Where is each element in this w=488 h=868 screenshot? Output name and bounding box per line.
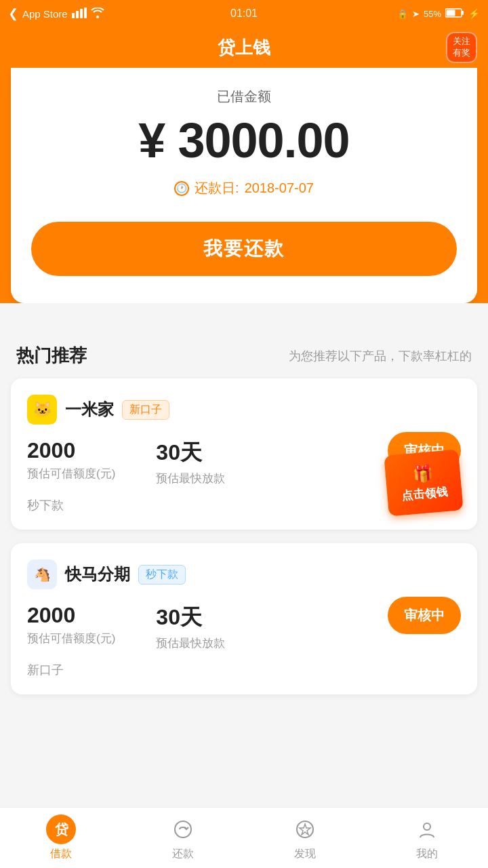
product-header-2: 🐴 快马分期 秒下款 xyxy=(27,559,461,589)
product-name-1: 一米家 xyxy=(65,399,114,420)
bottom-nav: 贷 借款 还款 发现 xyxy=(0,807,488,868)
svg-rect-0 xyxy=(72,13,75,18)
loan-card: 已借金额 ¥ 3000.00 🕐 还款日: 2018-07-07 我要还款 xyxy=(11,67,477,303)
svg-rect-6 xyxy=(447,9,455,16)
battery-icon xyxy=(445,7,464,20)
status-right: 🔒 ➤ 55% ⚡ xyxy=(397,7,480,20)
follow-badge[interactable]: 关注 有奖 xyxy=(446,32,477,63)
amount-info-2: 2000 预估可借额度(元) xyxy=(27,603,115,651)
status-bar: ❮ App Store 01:01 🔒 ➤ 55% xyxy=(0,0,488,27)
charge-icon: ⚡ xyxy=(468,8,480,19)
due-date-row: 🕐 还款日: 2018-07-07 xyxy=(31,179,457,197)
days-info-1: 30天 预估最快放款 xyxy=(156,438,225,486)
nav-item-loan[interactable]: 贷 借款 xyxy=(0,814,122,861)
wifi-icon xyxy=(91,7,104,20)
clock-icon: 🕐 xyxy=(174,181,189,196)
nav-item-mine[interactable]: 我的 xyxy=(366,814,488,861)
apply-button-2[interactable]: 审核中 xyxy=(388,597,461,634)
back-icon: ❮ xyxy=(8,6,18,21)
app-store-label: App Store xyxy=(22,8,68,20)
svg-marker-10 xyxy=(300,824,310,835)
discover-nav-label: 发现 xyxy=(294,847,316,861)
product-card-2: 🐴 快马分期 秒下款 2000 预估可借额度(元) 30天 预估最快放款 审核中… xyxy=(11,543,477,694)
amount-info-1: 2000 预估可借额度(元) xyxy=(27,438,115,486)
svg-rect-1 xyxy=(76,11,79,18)
nav-item-discover[interactable]: 发现 xyxy=(244,814,366,861)
section-subtitle: 为您推荐以下产品，下款率杠杠的 xyxy=(289,348,472,364)
product-name-2: 快马分期 xyxy=(65,564,130,585)
product-logo-2: 🐴 xyxy=(27,559,57,589)
signal-icon xyxy=(72,7,87,20)
svg-point-11 xyxy=(424,823,430,830)
repay-nav-label: 还款 xyxy=(172,847,194,861)
loan-label: 已借金额 xyxy=(31,87,457,106)
battery-label: 55% xyxy=(424,9,441,19)
product-logo-1: 🐱 xyxy=(27,395,57,425)
nav-item-repay[interactable]: 还款 xyxy=(122,814,244,861)
coupon-text-1: 点击领钱 xyxy=(401,484,449,504)
coupon-sticker-1[interactable]: 点击领钱 xyxy=(384,449,463,516)
section-title: 热门推荐 xyxy=(16,344,87,368)
product-tag-1: 新口子 xyxy=(122,400,169,420)
due-date-value: 2018-07-07 xyxy=(245,180,314,196)
status-left: ❮ App Store xyxy=(8,6,104,21)
location-icon: ➤ xyxy=(412,9,420,19)
loan-amount: ¥ 3000.00 xyxy=(31,113,457,168)
svg-rect-2 xyxy=(80,9,83,18)
loan-nav-label: 借款 xyxy=(50,847,72,861)
repay-button[interactable]: 我要还款 xyxy=(31,222,457,276)
product-header-1: 🐱 一米家 新口子 xyxy=(27,395,461,425)
repay-nav-icon xyxy=(168,814,198,844)
recommendations-header: 热门推荐 为您推荐以下产品，下款率杠杠的 xyxy=(0,323,488,378)
app-title: 贷上钱 xyxy=(218,36,270,60)
mine-nav-icon xyxy=(412,814,442,844)
product-note-2: 新口子 xyxy=(27,662,461,678)
status-time: 01:01 xyxy=(230,7,258,20)
due-prefix: 还款日: xyxy=(195,179,239,197)
product-tag-2: 秒下款 xyxy=(138,565,186,585)
svg-point-8 xyxy=(175,821,191,837)
loan-nav-icon: 贷 xyxy=(46,814,76,844)
svg-text:贷: 贷 xyxy=(55,822,69,837)
mine-nav-label: 我的 xyxy=(416,847,438,861)
svg-rect-3 xyxy=(84,7,87,18)
svg-rect-5 xyxy=(462,11,464,15)
app-header: 贷上钱 关注 有奖 xyxy=(0,27,488,68)
days-info-2: 30天 预估最快放款 xyxy=(156,603,225,651)
discover-nav-icon xyxy=(290,814,320,844)
product-card-1: 🐱 一米家 新口子 2000 预估可借额度(元) 30天 预估最快放款 审核中 … xyxy=(11,378,477,530)
lock-icon: 🔒 xyxy=(397,9,408,19)
